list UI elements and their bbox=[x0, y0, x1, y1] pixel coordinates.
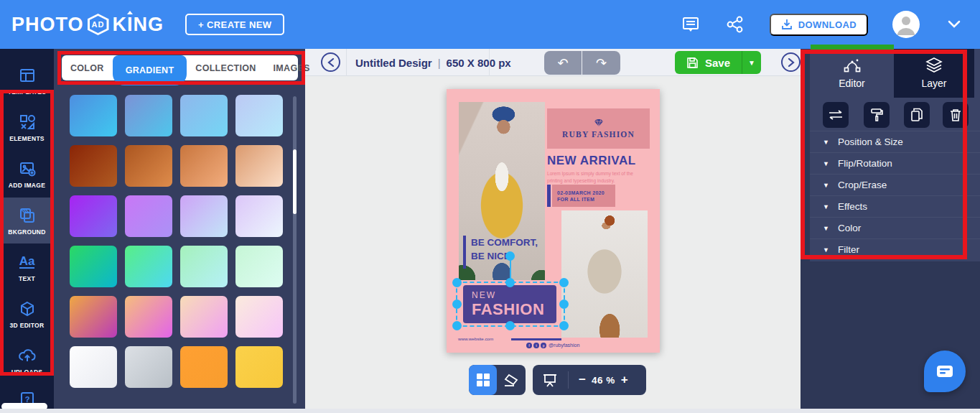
right-panel-region: Editor Layer ▼ Position & Size bbox=[801, 49, 980, 409]
canvas-header: Untitled Desigr | 650 X 800 px ↶ ↷ Save … bbox=[305, 49, 801, 76]
selection-handle-sw[interactable] bbox=[452, 321, 462, 330]
3d-cube-icon bbox=[18, 300, 37, 318]
panel-scrollbar-track[interactable] bbox=[293, 96, 297, 404]
gradient-swatch[interactable] bbox=[125, 95, 172, 136]
gradient-swatch[interactable] bbox=[125, 346, 172, 388]
chevron-down-icon[interactable] bbox=[944, 14, 964, 34]
panel-tab[interactable]: GRADIENT bbox=[113, 55, 187, 85]
share-icon[interactable] bbox=[725, 14, 745, 34]
accordion-section[interactable]: ▼ Filter bbox=[810, 238, 980, 260]
bezier-curve-icon bbox=[844, 57, 861, 73]
user-avatar[interactable] bbox=[892, 11, 920, 38]
swap-position-button[interactable] bbox=[823, 102, 849, 128]
accordion-section[interactable]: ▼ Color bbox=[810, 217, 980, 238]
poster-headline[interactable]: NEW ARRIVAL bbox=[547, 154, 636, 168]
poster-photo-model-beige-jacket[interactable] bbox=[561, 210, 648, 338]
gradient-swatch[interactable] bbox=[125, 195, 172, 237]
save-options-caret[interactable]: ▼ bbox=[742, 51, 761, 74]
create-new-button[interactable]: + CREATE NEW bbox=[185, 14, 284, 35]
editor-accordion: ▼ Position & Size ▼ Flip/Rotation ▼ Crop… bbox=[810, 131, 980, 260]
chevron-down-icon: ▼ bbox=[823, 139, 829, 146]
paint-roller-icon bbox=[869, 108, 884, 122]
sidebar-item-uploads[interactable]: UPLOADS bbox=[0, 338, 54, 384]
download-button[interactable]: DOWNLOAD bbox=[770, 14, 868, 36]
gradient-swatch[interactable] bbox=[180, 296, 228, 338]
style-paint-button[interactable] bbox=[864, 102, 890, 128]
undo-button[interactable]: ↶ bbox=[544, 51, 582, 75]
undo-redo-group: ↶ ↷ bbox=[544, 51, 620, 75]
gradient-swatch[interactable] bbox=[235, 145, 283, 187]
zoom-out-button[interactable]: − bbox=[573, 373, 592, 387]
poster-body-text[interactable]: Lorem Ipsum is simply dummy text of the … bbox=[547, 170, 640, 185]
grid-view-button[interactable] bbox=[469, 365, 497, 395]
background-panel: COLORGRADIENTCOLLECTIONIMAGES bbox=[54, 49, 305, 409]
double-arrow-icon bbox=[828, 109, 844, 121]
gradient-swatch[interactable] bbox=[70, 296, 117, 338]
panel-tab[interactable]: COLLECTION bbox=[187, 55, 264, 80]
poster-social-handle: @rubyfashion bbox=[549, 343, 579, 348]
design-canvas-poster[interactable]: RUBY FASHION NEW ARRIVAL Lorem Ipsum is … bbox=[447, 89, 660, 353]
gradient-swatch[interactable] bbox=[70, 346, 117, 388]
gradient-swatch[interactable] bbox=[180, 145, 228, 187]
gradient-swatch[interactable] bbox=[125, 246, 172, 287]
top-bar: PHOTO AD KING + CREATE NEW DOWNLOAD bbox=[0, 0, 980, 49]
selection-handle-w[interactable] bbox=[452, 300, 462, 309]
tab-layer[interactable]: Layer bbox=[894, 49, 974, 98]
sidebar-item-elements[interactable]: ELEMENTS bbox=[0, 104, 54, 150]
support-chat-button[interactable] bbox=[924, 351, 966, 392]
panel-tab[interactable]: COLOR bbox=[62, 55, 113, 80]
sidebar-item-text[interactable]: Aa TEXT bbox=[0, 244, 54, 290]
poster-website-url[interactable]: www.website.com bbox=[458, 336, 493, 341]
delete-button[interactable] bbox=[943, 102, 969, 128]
download-icon bbox=[781, 19, 793, 30]
gradient-swatch[interactable] bbox=[180, 346, 228, 388]
poster-date-banner[interactable]: 02-03MARCH 2020 FOR ALL ITEM bbox=[552, 185, 615, 207]
accordion-section[interactable]: ▼ Flip/Rotation bbox=[810, 152, 980, 174]
logo-text-photo: PHOTO bbox=[11, 14, 84, 36]
templates-icon bbox=[18, 66, 37, 85]
text-icon: Aa bbox=[18, 253, 37, 272]
eraser-button[interactable] bbox=[497, 365, 525, 395]
accordion-section[interactable]: ▼ Position & Size bbox=[810, 131, 980, 152]
collapse-left-chevron-button[interactable] bbox=[321, 52, 340, 72]
gradient-swatch[interactable] bbox=[70, 145, 117, 187]
gradient-swatch[interactable] bbox=[70, 246, 117, 287]
canvas-workspace: Untitled Desigr | 650 X 800 px ↶ ↷ Save … bbox=[305, 49, 801, 409]
gradient-swatch[interactable] bbox=[235, 195, 283, 237]
gradient-swatch[interactable] bbox=[125, 296, 172, 338]
save-button[interactable]: Save bbox=[675, 51, 742, 74]
zoom-in-button[interactable]: + bbox=[615, 373, 634, 387]
gradient-swatch[interactable] bbox=[180, 246, 228, 287]
gradient-swatch[interactable] bbox=[180, 95, 228, 136]
gradient-swatch[interactable] bbox=[70, 195, 117, 237]
sidebar-item-3d-editor[interactable]: 3D EDITOR bbox=[0, 291, 54, 337]
tab-editor[interactable]: Editor bbox=[810, 49, 894, 98]
save-button-group: Save ▼ bbox=[675, 51, 761, 74]
present-button[interactable] bbox=[536, 365, 564, 395]
photoadking-logo[interactable]: PHOTO AD KING bbox=[11, 14, 164, 36]
accordion-section[interactable]: ▼ Effects bbox=[810, 195, 980, 217]
gradient-swatch[interactable] bbox=[180, 195, 228, 237]
redo-button[interactable]: ↷ bbox=[582, 51, 620, 75]
collapse-right-chevron-button[interactable] bbox=[781, 52, 801, 72]
poster-brand-block[interactable]: RUBY FASHION bbox=[547, 108, 650, 149]
panel-tab[interactable]: IMAGES bbox=[265, 55, 319, 80]
duplicate-button[interactable] bbox=[904, 102, 930, 128]
accordion-section[interactable]: ▼ Crop/Erase bbox=[810, 174, 980, 195]
panel-scrollbar-thumb[interactable] bbox=[293, 149, 297, 214]
gradient-swatch[interactable] bbox=[235, 246, 283, 287]
sidebar-item-templates[interactable]: TEMPLATES bbox=[0, 57, 54, 103]
gradient-swatch[interactable] bbox=[125, 145, 172, 187]
copy-pages-icon bbox=[910, 108, 923, 122]
feedback-message-icon[interactable] bbox=[681, 14, 701, 34]
chat-icon bbox=[936, 365, 953, 378]
poster-fashion-text-element[interactable]: NEW FASHION bbox=[463, 285, 556, 323]
gradient-swatch[interactable] bbox=[235, 296, 283, 338]
poster-tagline[interactable]: BE COMFORT, BE NICE. bbox=[471, 236, 538, 264]
design-title[interactable]: Untitled Desigr | 650 X 800 px bbox=[355, 49, 511, 76]
gradient-swatch[interactable] bbox=[235, 95, 283, 136]
sidebar-item-bkground[interactable]: BKGROUND bbox=[0, 198, 54, 243]
gradient-swatch[interactable] bbox=[235, 346, 283, 388]
sidebar-item-add-image[interactable]: ADD IMAGE bbox=[0, 151, 54, 197]
gradient-swatch[interactable] bbox=[70, 95, 117, 136]
